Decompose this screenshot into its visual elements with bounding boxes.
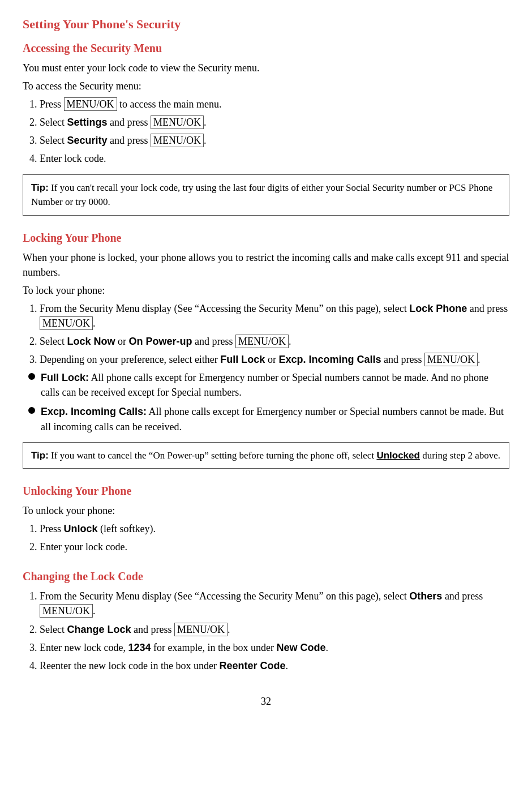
others-bold: Others (409, 590, 442, 602)
full-lock-bold: Full Lock (220, 354, 265, 365)
full-lock-label: Full Lock: (41, 372, 89, 383)
menu-ok-box: MENU/OK (64, 97, 117, 111)
section1-tip-box: Tip: If you can't recall your lock code,… (23, 174, 509, 216)
list-item: Press MENU/OK to access the main menu. (40, 97, 509, 112)
bullet-icon (28, 373, 35, 380)
section1-steps: Press MENU/OK to access the main menu. S… (40, 97, 509, 166)
section2-intro1: When your phone is locked, your phone al… (23, 250, 509, 280)
section2-tip-box: Tip: If you want to cancel the “On Power… (23, 442, 509, 469)
page-number: 32 (23, 696, 509, 708)
bullet-icon (28, 407, 35, 414)
menu-ok-box: MENU/OK (151, 115, 204, 129)
reenter-code-bold: Reenter Code (219, 660, 285, 671)
list-item: Select Lock Now or On Power-up and press… (40, 334, 509, 349)
list-item: From the Security Menu display (See “Acc… (40, 301, 509, 331)
list-item: Select Security and press MENU/OK. (40, 133, 509, 148)
tip-label: Tip: (31, 182, 49, 193)
list-item: Full Lock: All phone calls except for Em… (28, 370, 509, 400)
section-locking-phone: Locking Your Phone When your phone is lo… (23, 232, 509, 469)
tip-text: If you can't recall your lock code, try … (31, 182, 492, 208)
section4-title: Changing the Lock Code (23, 570, 509, 583)
menu-ok-box: MENU/OK (174, 623, 228, 636)
excp-incoming-bold: Excp. Incoming Calls (278, 354, 381, 365)
list-item: Enter your lock code. (40, 539, 509, 554)
section1-intro1: You must enter your lock code to view th… (23, 61, 509, 75)
security-bold: Security (67, 135, 107, 146)
excp-label: Excp. Incoming Calls: (41, 406, 147, 417)
page-title: Setting Your Phone's Security (23, 17, 509, 32)
unlock-bold: Unlock (64, 523, 98, 534)
menu-ok-box: MENU/OK (151, 134, 204, 147)
section2-intro2: To lock your phone: (23, 283, 509, 298)
lock-now-bold: Lock Now (67, 336, 115, 347)
menu-ok-box: MENU/OK (40, 604, 93, 618)
unlocked-bold: Unlocked (376, 450, 420, 461)
section2-bullets: Full Lock: All phone calls except for Em… (28, 370, 509, 434)
list-item: Excp. Incoming Calls: All phone calls ex… (28, 404, 509, 434)
list-item: Enter lock code. (40, 151, 509, 166)
bullet-text: Excp. Incoming Calls: All phone calls ex… (41, 404, 509, 434)
section1-intro2: To access the Security menu: (23, 79, 509, 93)
section1-title: Accessing the Security Menu (23, 42, 509, 55)
section-accessing-security-menu: Accessing the Security Menu You must ent… (23, 42, 509, 216)
section3-steps: Press Unlock (left softkey). Enter your … (40, 521, 509, 554)
list-item: Select Settings and press MENU/OK. (40, 115, 509, 130)
list-item: Press Unlock (left softkey). (40, 521, 509, 536)
new-code-bold: New Code (276, 642, 325, 653)
list-item: Reenter the new lock code in the box und… (40, 658, 509, 673)
menu-ok-box: MENU/OK (40, 316, 93, 330)
menu-ok-box: MENU/OK (424, 353, 478, 366)
section3-intro: To unlock your phone: (23, 503, 509, 518)
list-item: From the Security Menu display (See “Acc… (40, 589, 509, 618)
menu-ok-box: MENU/OK (235, 335, 289, 348)
section-changing-lock-code: Changing the Lock Code From the Security… (23, 570, 509, 673)
section3-title: Unlocking Your Phone (23, 485, 509, 498)
list-item: Enter new lock code, 1234 for example, i… (40, 640, 509, 655)
settings-bold: Settings (67, 117, 107, 128)
change-lock-bold: Change Lock (67, 624, 131, 635)
list-item: Select Change Lock and press MENU/OK. (40, 622, 509, 637)
on-power-up-bold: On Power-up (129, 336, 192, 347)
section2-title: Locking Your Phone (23, 232, 509, 245)
section-unlocking-phone: Unlocking Your Phone To unlock your phon… (23, 485, 509, 554)
section2-steps: From the Security Menu display (See “Acc… (40, 301, 509, 367)
code-1234-bold: 1234 (128, 642, 151, 653)
list-item: Depending on your preference, select eit… (40, 352, 509, 367)
section4-steps: From the Security Menu display (See “Acc… (40, 589, 509, 673)
lock-phone-bold: Lock Phone (409, 303, 467, 314)
tip-label: Tip: (31, 450, 49, 461)
bullet-text: Full Lock: All phone calls except for Em… (41, 370, 509, 400)
